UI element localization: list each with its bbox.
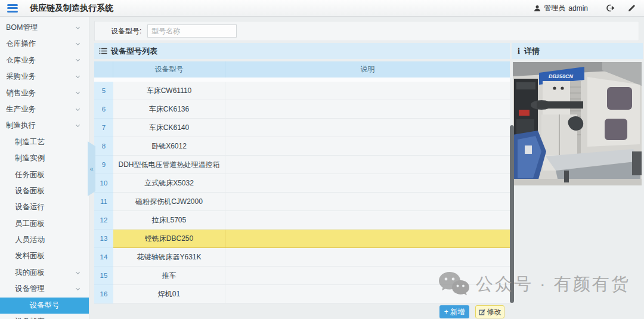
table-row[interactable]: 6 车床CK6136	[94, 100, 510, 119]
row-model: 焊机01	[113, 285, 225, 303]
chevron-down-icon	[76, 123, 80, 127]
table-row[interactable]: 13 镗铣床DBC250	[94, 230, 510, 248]
sidebar-item[interactable]: 员工面板	[0, 216, 89, 232]
sidebar-item[interactable]: 仓库业务	[0, 52, 89, 69]
model-name-input[interactable]	[147, 24, 237, 38]
main-content: 设备型号: 设备型号列表 i 详情 设备型号 说明 5 车床CW61110 6 …	[89, 17, 644, 319]
sidebar-item[interactable]: 销售业务	[0, 85, 89, 101]
table-gap	[94, 78, 510, 82]
detail-panel-header: i 详情	[512, 43, 643, 59]
sidebar-item[interactable]: 采购业务	[0, 69, 89, 85]
row-model: 车床CK6140	[113, 119, 225, 137]
sidebar-item-label: 销售业务	[6, 89, 36, 97]
user-icon	[534, 5, 541, 12]
sidebar-item-label: 人员活动	[15, 236, 45, 244]
sidebar-item[interactable]: 制造执行	[0, 117, 89, 134]
sidebar-menu: BOM管理 仓库操作 仓库业务 采购业务 销售业务 生产业务 制造执行 制造工艺…	[0, 17, 89, 319]
app-window: 供应链及制造执行系统 管理员 admin BOM管理 仓库操作 仓库业务 采购业…	[0, 0, 644, 319]
table-row[interactable]: 16 焊机01	[94, 285, 510, 303]
table-body: 5 车床CW61110 6 车床CK6136 7 车床CK6140 8 卧铣X6…	[94, 82, 510, 303]
search-label: 设备型号:	[111, 26, 141, 36]
row-index: 5	[94, 82, 113, 100]
sidebar-item[interactable]: 我的面板	[0, 265, 89, 281]
row-model: 立式铣床X5032	[113, 174, 225, 193]
chevron-down-icon	[76, 90, 80, 94]
edit-button[interactable]: 修改	[475, 305, 504, 318]
sidebar-item-label: 任务面板	[15, 171, 45, 179]
row-desc	[225, 119, 510, 137]
sidebar-collapse-toggle[interactable]: «	[88, 141, 95, 196]
row-index: 12	[94, 211, 113, 230]
sidebar-item-label: BOM管理	[6, 23, 38, 32]
table-row[interactable]: 12 拉床L5705	[94, 211, 510, 230]
sidebar-item-label: 员工面板	[15, 219, 45, 228]
edit-pen-icon[interactable]	[628, 4, 636, 12]
sidebar-item[interactable]: 设备运行	[0, 199, 89, 215]
sidebar-item-label: 制造实例	[15, 154, 45, 162]
column-header-index	[94, 61, 113, 78]
row-index: 14	[94, 248, 113, 267]
detail-panel-title: 详情	[524, 46, 540, 57]
row-model: DDH型低电压管道热处理温控箱	[113, 156, 225, 174]
table-row[interactable]: 10 立式铣床X5032	[94, 174, 510, 193]
row-model: 卧铣X6012	[113, 137, 225, 156]
sidebar-item[interactable]: 发料面板	[0, 248, 89, 264]
row-index: 11	[94, 193, 113, 211]
table-row[interactable]: 11 磁粉探伤机CJW2000	[94, 193, 510, 211]
menu-icon[interactable]	[7, 4, 18, 13]
column-header-desc[interactable]: 说明	[225, 61, 510, 78]
table-row[interactable]: 5 车床CW61110	[94, 82, 510, 100]
svg-text:DB250CN: DB250CN	[549, 73, 574, 79]
sidebar-item[interactable]: 生产业务	[0, 101, 89, 117]
sidebar-item[interactable]: 设备面板	[0, 183, 89, 199]
table-row[interactable]: 8 卧铣X6012	[94, 137, 510, 156]
sidebar-item[interactable]: 仓库操作	[0, 36, 89, 52]
row-model: 车床CW61110	[113, 82, 225, 100]
sidebar-item-label: 我的面板	[15, 268, 45, 277]
chevron-down-icon	[76, 25, 80, 29]
row-index: 15	[94, 267, 113, 285]
sidebar-item[interactable]: 任务面板	[0, 167, 89, 183]
sidebar-item-label: 设备管理	[15, 284, 45, 293]
add-button[interactable]: + 新增	[439, 305, 469, 318]
info-icon: i	[518, 47, 520, 56]
table-row[interactable]: 15 推车	[94, 267, 510, 285]
sidebar-item[interactable]: 设备管理	[0, 281, 89, 297]
row-desc	[225, 100, 510, 119]
sidebar-item[interactable]: BOM管理	[0, 20, 89, 36]
table-row[interactable]: 7 车床CK6140	[94, 119, 510, 137]
sidebar-item[interactable]: 设备状态	[0, 314, 89, 319]
row-model: 拉床L5705	[113, 211, 225, 230]
table-row[interactable]: 9 DDH型低电压管道热处理温控箱	[94, 156, 510, 174]
app-title: 供应链及制造执行系统	[30, 3, 113, 14]
sidebar-item[interactable]: 设备型号	[0, 298, 89, 314]
sidebar-item-label: 仓库业务	[6, 56, 36, 64]
logout-icon[interactable]	[606, 4, 615, 12]
row-desc	[225, 230, 510, 248]
row-model: 花键轴铣床器Y631K	[113, 248, 225, 267]
plus-icon: +	[444, 308, 448, 316]
row-index: 6	[94, 100, 113, 119]
sidebar-item-label: 设备型号	[30, 301, 60, 309]
row-desc	[225, 174, 510, 193]
sidebar-item[interactable]: 制造实例	[0, 150, 89, 166]
user-info[interactable]: 管理员 admin	[534, 3, 588, 13]
row-index: 13	[94, 230, 113, 248]
sidebar-item-label: 采购业务	[6, 72, 36, 80]
table-row[interactable]: 14 花键轴铣床器Y631K	[94, 248, 510, 267]
row-model: 磁粉探伤机CJW2000	[113, 193, 225, 211]
table-header: 设备型号 说明	[94, 61, 510, 78]
row-index: 10	[94, 174, 113, 193]
chevron-down-icon	[76, 286, 80, 290]
sidebar-item[interactable]: 人员活动	[0, 232, 89, 248]
row-desc	[225, 137, 510, 156]
equipment-photo: DB250CN	[513, 62, 642, 185]
column-header-model[interactable]: 设备型号	[113, 61, 225, 78]
row-desc	[225, 285, 510, 303]
sidebar-item[interactable]: 制造工艺	[0, 134, 89, 150]
sidebar: BOM管理 仓库操作 仓库业务 采购业务 销售业务 生产业务 制造执行 制造工艺…	[0, 17, 89, 319]
table-vertical-scrollbar[interactable]	[510, 125, 514, 303]
sidebar-item-label: 制造工艺	[15, 138, 45, 146]
user-name: admin	[568, 4, 588, 13]
sidebar-item-label: 仓库操作	[6, 39, 36, 48]
